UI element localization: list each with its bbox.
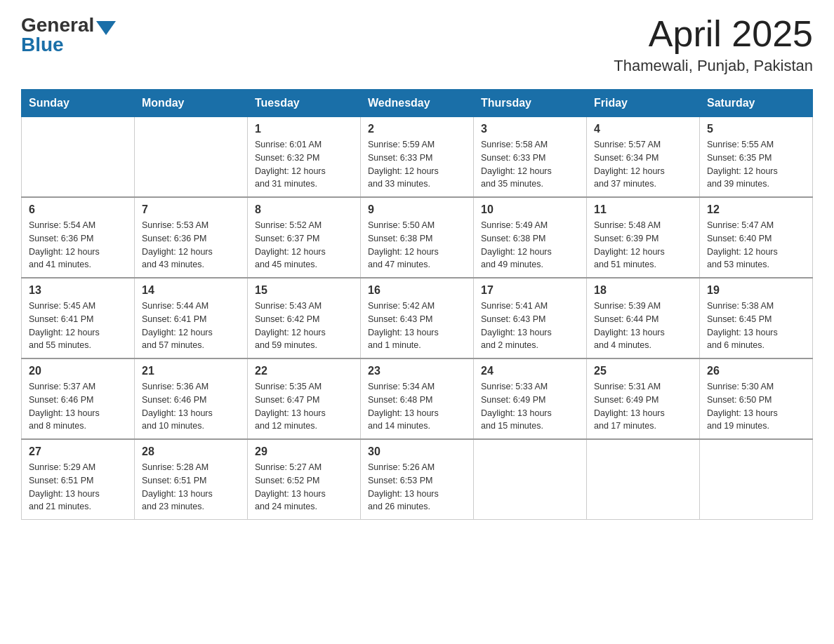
day-number: 11 xyxy=(594,203,692,216)
calendar-cell xyxy=(22,117,135,198)
day-info: Sunrise: 6:01 AM Sunset: 6:32 PM Dayligh… xyxy=(255,138,353,191)
calendar-cell: 16Sunrise: 5:42 AM Sunset: 6:43 PM Dayli… xyxy=(361,278,474,358)
day-number: 19 xyxy=(707,284,805,297)
calendar-cell: 27Sunrise: 5:29 AM Sunset: 6:51 PM Dayli… xyxy=(22,439,135,520)
day-info: Sunrise: 5:36 AM Sunset: 6:46 PM Dayligh… xyxy=(142,380,240,433)
calendar-cell: 13Sunrise: 5:45 AM Sunset: 6:41 PM Dayli… xyxy=(22,278,135,358)
day-info: Sunrise: 5:59 AM Sunset: 6:33 PM Dayligh… xyxy=(368,138,466,191)
calendar-cell: 6Sunrise: 5:54 AM Sunset: 6:36 PM Daylig… xyxy=(22,197,135,278)
header-cell-thursday: Thursday xyxy=(474,90,587,117)
day-number: 18 xyxy=(594,284,692,297)
calendar-table: SundayMondayTuesdayWednesdayThursdayFrid… xyxy=(21,89,813,520)
day-info: Sunrise: 5:37 AM Sunset: 6:46 PM Dayligh… xyxy=(29,380,127,433)
calendar-cell: 4Sunrise: 5:57 AM Sunset: 6:34 PM Daylig… xyxy=(587,117,700,198)
day-info: Sunrise: 5:44 AM Sunset: 6:41 PM Dayligh… xyxy=(142,300,240,352)
day-number: 28 xyxy=(142,445,240,458)
calendar-cell: 1Sunrise: 6:01 AM Sunset: 6:32 PM Daylig… xyxy=(248,117,361,198)
day-number: 13 xyxy=(29,284,127,297)
day-info: Sunrise: 5:50 AM Sunset: 6:38 PM Dayligh… xyxy=(368,219,466,271)
day-info: Sunrise: 5:45 AM Sunset: 6:41 PM Dayligh… xyxy=(29,300,127,352)
day-number: 27 xyxy=(29,445,127,458)
day-number: 23 xyxy=(368,365,466,377)
calendar-cell: 12Sunrise: 5:47 AM Sunset: 6:40 PM Dayli… xyxy=(700,197,813,278)
calendar-cell xyxy=(135,117,248,198)
week-row-3: 13Sunrise: 5:45 AM Sunset: 6:41 PM Dayli… xyxy=(22,278,813,358)
day-info: Sunrise: 5:53 AM Sunset: 6:36 PM Dayligh… xyxy=(142,219,240,271)
header-row: SundayMondayTuesdayWednesdayThursdayFrid… xyxy=(22,90,813,117)
logo-arrow-icon xyxy=(96,21,116,35)
calendar-cell: 29Sunrise: 5:27 AM Sunset: 6:52 PM Dayli… xyxy=(248,439,361,520)
calendar-cell: 20Sunrise: 5:37 AM Sunset: 6:46 PM Dayli… xyxy=(22,358,135,439)
calendar-cell: 25Sunrise: 5:31 AM Sunset: 6:49 PM Dayli… xyxy=(587,358,700,439)
day-number: 1 xyxy=(255,123,353,135)
calendar-cell: 15Sunrise: 5:43 AM Sunset: 6:42 PM Dayli… xyxy=(248,278,361,358)
day-info: Sunrise: 5:33 AM Sunset: 6:49 PM Dayligh… xyxy=(481,380,579,433)
logo-blue-text: Blue xyxy=(21,34,64,56)
day-info: Sunrise: 5:49 AM Sunset: 6:38 PM Dayligh… xyxy=(481,219,579,271)
header-cell-friday: Friday xyxy=(587,90,700,117)
day-info: Sunrise: 5:41 AM Sunset: 6:43 PM Dayligh… xyxy=(481,300,579,352)
day-info: Sunrise: 5:29 AM Sunset: 6:51 PM Dayligh… xyxy=(29,461,127,514)
day-number: 14 xyxy=(142,284,240,297)
day-number: 21 xyxy=(142,365,240,377)
day-info: Sunrise: 5:42 AM Sunset: 6:43 PM Dayligh… xyxy=(368,300,466,352)
day-number: 22 xyxy=(255,365,353,377)
calendar-cell: 19Sunrise: 5:38 AM Sunset: 6:45 PM Dayli… xyxy=(700,278,813,358)
day-number: 3 xyxy=(481,123,579,135)
day-number: 10 xyxy=(481,203,579,216)
header-cell-monday: Monday xyxy=(135,90,248,117)
day-number: 26 xyxy=(707,365,805,377)
day-info: Sunrise: 5:38 AM Sunset: 6:45 PM Dayligh… xyxy=(707,300,805,352)
calendar-cell: 26Sunrise: 5:30 AM Sunset: 6:50 PM Dayli… xyxy=(700,358,813,439)
day-info: Sunrise: 5:27 AM Sunset: 6:52 PM Dayligh… xyxy=(255,461,353,514)
calendar-cell: 17Sunrise: 5:41 AM Sunset: 6:43 PM Dayli… xyxy=(474,278,587,358)
day-number: 6 xyxy=(29,203,127,216)
day-info: Sunrise: 5:28 AM Sunset: 6:51 PM Dayligh… xyxy=(142,461,240,514)
calendar-cell: 30Sunrise: 5:26 AM Sunset: 6:53 PM Dayli… xyxy=(361,439,474,520)
day-info: Sunrise: 5:57 AM Sunset: 6:34 PM Dayligh… xyxy=(594,138,692,191)
calendar-cell xyxy=(474,439,587,520)
day-info: Sunrise: 5:39 AM Sunset: 6:44 PM Dayligh… xyxy=(594,300,692,352)
day-number: 2 xyxy=(368,123,466,135)
day-info: Sunrise: 5:43 AM Sunset: 6:42 PM Dayligh… xyxy=(255,300,353,352)
day-info: Sunrise: 5:30 AM Sunset: 6:50 PM Dayligh… xyxy=(707,380,805,433)
day-info: Sunrise: 5:48 AM Sunset: 6:39 PM Dayligh… xyxy=(594,219,692,271)
header-cell-saturday: Saturday xyxy=(700,90,813,117)
day-number: 4 xyxy=(594,123,692,135)
day-info: Sunrise: 5:58 AM Sunset: 6:33 PM Dayligh… xyxy=(481,138,579,191)
calendar-cell: 18Sunrise: 5:39 AM Sunset: 6:44 PM Dayli… xyxy=(587,278,700,358)
logo: General Blue xyxy=(21,14,116,56)
day-number: 8 xyxy=(255,203,353,216)
day-number: 17 xyxy=(481,284,579,297)
day-info: Sunrise: 5:47 AM Sunset: 6:40 PM Dayligh… xyxy=(707,219,805,271)
header-cell-sunday: Sunday xyxy=(22,90,135,117)
location-text: Thamewali, Punjab, Pakistan xyxy=(614,57,813,75)
day-info: Sunrise: 5:52 AM Sunset: 6:37 PM Dayligh… xyxy=(255,219,353,271)
calendar-cell: 7Sunrise: 5:53 AM Sunset: 6:36 PM Daylig… xyxy=(135,197,248,278)
day-info: Sunrise: 5:55 AM Sunset: 6:35 PM Dayligh… xyxy=(707,138,805,191)
calendar-cell: 5Sunrise: 5:55 AM Sunset: 6:35 PM Daylig… xyxy=(700,117,813,198)
day-number: 5 xyxy=(707,123,805,135)
calendar-cell: 22Sunrise: 5:35 AM Sunset: 6:47 PM Dayli… xyxy=(248,358,361,439)
day-info: Sunrise: 5:35 AM Sunset: 6:47 PM Dayligh… xyxy=(255,380,353,433)
day-number: 24 xyxy=(481,365,579,377)
week-row-5: 27Sunrise: 5:29 AM Sunset: 6:51 PM Dayli… xyxy=(22,439,813,520)
week-row-1: 1Sunrise: 6:01 AM Sunset: 6:32 PM Daylig… xyxy=(22,117,813,198)
calendar-cell: 21Sunrise: 5:36 AM Sunset: 6:46 PM Dayli… xyxy=(135,358,248,439)
day-info: Sunrise: 5:31 AM Sunset: 6:49 PM Dayligh… xyxy=(594,380,692,433)
calendar-cell: 11Sunrise: 5:48 AM Sunset: 6:39 PM Dayli… xyxy=(587,197,700,278)
week-row-2: 6Sunrise: 5:54 AM Sunset: 6:36 PM Daylig… xyxy=(22,197,813,278)
page-header: General Blue April 2025 Thamewali, Punja… xyxy=(21,14,813,75)
day-info: Sunrise: 5:26 AM Sunset: 6:53 PM Dayligh… xyxy=(368,461,466,514)
calendar-cell: 24Sunrise: 5:33 AM Sunset: 6:49 PM Dayli… xyxy=(474,358,587,439)
day-number: 29 xyxy=(255,445,353,458)
calendar-cell: 3Sunrise: 5:58 AM Sunset: 6:33 PM Daylig… xyxy=(474,117,587,198)
calendar-cell: 28Sunrise: 5:28 AM Sunset: 6:51 PM Dayli… xyxy=(135,439,248,520)
day-number: 25 xyxy=(594,365,692,377)
calendar-cell: 10Sunrise: 5:49 AM Sunset: 6:38 PM Dayli… xyxy=(474,197,587,278)
calendar-cell: 9Sunrise: 5:50 AM Sunset: 6:38 PM Daylig… xyxy=(361,197,474,278)
day-number: 20 xyxy=(29,365,127,377)
day-number: 16 xyxy=(368,284,466,297)
day-info: Sunrise: 5:54 AM Sunset: 6:36 PM Dayligh… xyxy=(29,219,127,271)
calendar-cell: 8Sunrise: 5:52 AM Sunset: 6:37 PM Daylig… xyxy=(248,197,361,278)
